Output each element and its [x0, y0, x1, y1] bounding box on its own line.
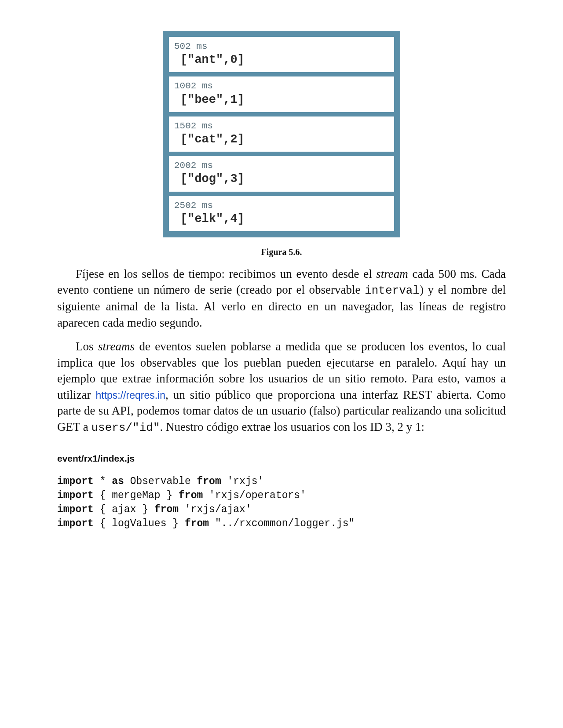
code-text: 'rxjs' [221, 476, 264, 487]
keyword-import: import [57, 490, 94, 501]
keyword-import: import [57, 476, 94, 487]
code-text: { ajax } [94, 504, 154, 515]
text: Los [76, 340, 98, 353]
code-text: Observable [124, 476, 197, 487]
paragraph-1: Fíjese en los sellos de tiempo: recibimo… [57, 266, 506, 331]
link-reqres[interactable]: https://reqres.in [95, 389, 165, 401]
keyword-import: import [57, 518, 94, 529]
emphasis-stream: stream [376, 267, 408, 280]
stream-log-item: 2002 ms ["dog",3] [169, 156, 394, 191]
stream-timestamp: 2002 ms [174, 160, 389, 171]
stream-timestamp: 502 ms [174, 40, 389, 52]
code-users-id: users/"id" [91, 421, 160, 434]
stream-value: ["bee",1] [174, 92, 389, 108]
paragraph-2: Los streams de eventos suelen poblarse a… [57, 339, 506, 435]
emphasis-streams: streams [98, 340, 135, 353]
stream-log-item: 1502 ms ["cat",2] [169, 116, 394, 152]
stream-log-item: 502 ms ["ant",0] [169, 37, 394, 72]
code-text: 'rxjs/ajax' [179, 504, 252, 515]
stream-timestamp: 1002 ms [174, 80, 389, 92]
figure-5-6: 502 ms ["ant",0] 1002 ms ["bee",1] 1502 … [57, 31, 506, 257]
stream-log-item: 2502 ms ["elk",4] [169, 196, 394, 231]
stream-value: ["elk",4] [174, 211, 389, 227]
page: 502 ms ["ant",0] 1002 ms ["bee",1] 1502 … [57, 0, 506, 566]
keyword-from: from [197, 476, 221, 487]
stream-timestamp: 1502 ms [174, 120, 389, 132]
keyword-from: from [154, 504, 179, 515]
keyword-import: import [57, 504, 94, 515]
code-text: "../rxcommon/logger.js" [209, 518, 355, 529]
code-text: 'rxjs/operators' [203, 490, 306, 501]
code-block: import * as Observable from 'rxjs' impor… [57, 474, 506, 531]
keyword-from: from [179, 490, 203, 501]
code-text: * [94, 476, 112, 487]
code-interval: interval [365, 284, 420, 297]
code-text: { logValues } [94, 518, 185, 529]
stream-value: ["dog",3] [174, 171, 389, 187]
stream-log-item: 1002 ms ["bee",1] [169, 76, 394, 112]
figure-caption: Figura 5.6. [57, 247, 506, 257]
keyword-from: from [185, 518, 209, 529]
keyword-as: as [112, 476, 124, 487]
stream-value: ["cat",2] [174, 132, 389, 147]
code-file-path: event/rx1/index.js [57, 453, 506, 464]
stream-log-panel: 502 ms ["ant",0] 1002 ms ["bee",1] 1502 … [163, 31, 400, 237]
code-text: { mergeMap } [94, 490, 179, 501]
stream-value: ["ant",0] [174, 52, 389, 68]
text: . Nuestro código extrae los usuarios con… [160, 420, 424, 433]
text: Fíjese en los sellos de tiempo: recibimo… [76, 267, 376, 280]
stream-timestamp: 2502 ms [174, 200, 389, 211]
